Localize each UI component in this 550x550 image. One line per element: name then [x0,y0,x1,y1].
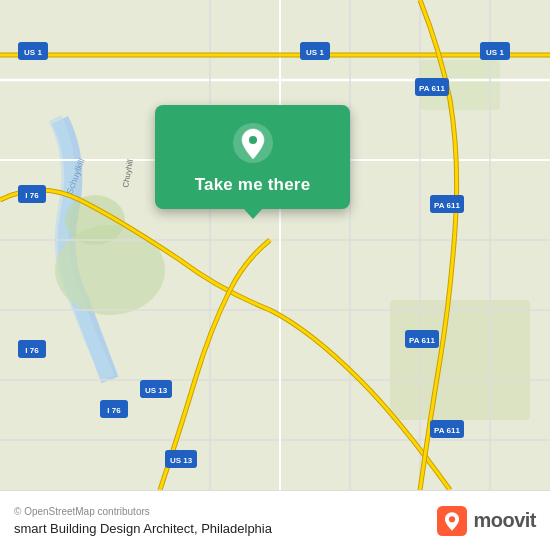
svg-text:I 76: I 76 [25,346,39,355]
svg-text:I 76: I 76 [25,191,39,200]
svg-text:PA 611: PA 611 [409,336,435,345]
svg-text:PA 611: PA 611 [434,426,460,435]
svg-text:US 1: US 1 [306,48,324,57]
copyright-text: © OpenStreetMap contributors [14,506,272,517]
place-name: smart Building Design Architect, Philade… [14,521,272,536]
svg-point-45 [249,136,257,144]
moovit-logo: moovit [437,506,536,536]
bottom-bar: © OpenStreetMap contributors smart Build… [0,490,550,550]
svg-text:US 1: US 1 [24,48,42,57]
svg-rect-3 [390,300,530,420]
location-pin-icon [231,121,275,165]
svg-text:US 1: US 1 [486,48,504,57]
take-me-there-button[interactable]: Take me there [195,175,311,195]
svg-text:US 13: US 13 [145,386,168,395]
moovit-icon [437,506,467,536]
popup-card: Take me there [155,105,350,209]
svg-text:PA 611: PA 611 [419,84,445,93]
svg-text:US 13: US 13 [170,456,193,465]
svg-text:I 76: I 76 [107,406,121,415]
moovit-wordmark: moovit [473,509,536,532]
svg-point-47 [449,516,455,522]
svg-text:PA 611: PA 611 [434,201,460,210]
bottom-left-info: © OpenStreetMap contributors smart Build… [14,506,272,536]
map-container: Schuylkill US 1 US 1 US 1 I 76 I 76 I 76… [0,0,550,490]
